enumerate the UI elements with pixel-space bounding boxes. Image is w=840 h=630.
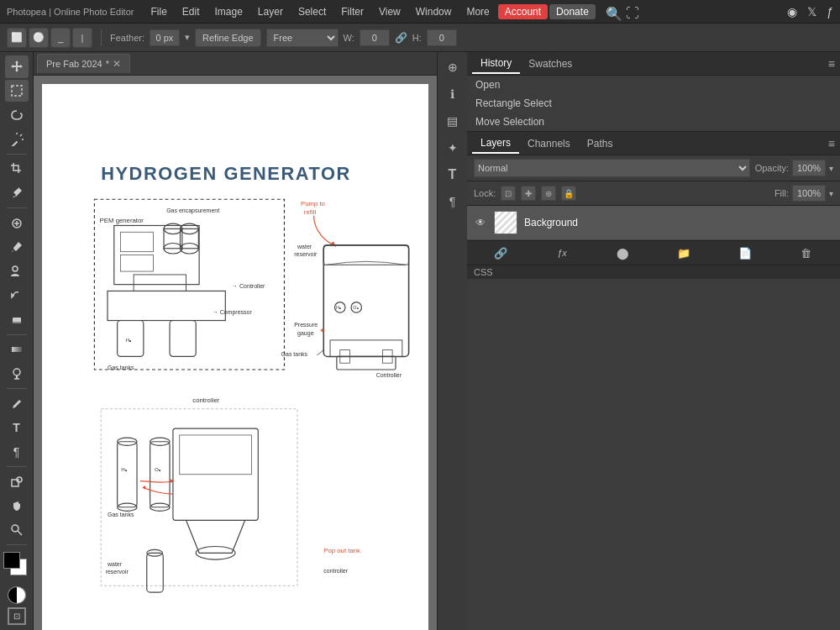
svg-marker-42 (331, 241, 336, 247)
svg-rect-1 (11, 140, 18, 145)
pen-tool[interactable] (5, 392, 29, 415)
svg-text:gauge: gauge (297, 330, 314, 337)
single-col-btn[interactable]: | (72, 28, 92, 48)
svg-rect-32 (134, 275, 186, 291)
w-input[interactable] (360, 29, 390, 46)
history-item-move-sel[interactable]: Move Selection (467, 113, 840, 131)
menu-window[interactable]: Window (409, 4, 459, 19)
single-row-btn[interactable]: ⎯ (50, 28, 71, 48)
tab-layers[interactable]: Layers (472, 134, 519, 154)
tabs-bar: Pre Fab 2024 * ✕ (34, 52, 437, 76)
clone-tool[interactable] (5, 260, 29, 283)
svg-text:controller: controller (192, 396, 219, 404)
menu-account[interactable]: Account (498, 4, 548, 19)
quick-mask-icon[interactable] (8, 586, 26, 604)
fg-color-swatch[interactable] (3, 552, 20, 569)
magic-wand-tool[interactable] (5, 128, 29, 150)
menu-filter[interactable]: Filter (334, 4, 370, 19)
healing-tool[interactable] (5, 212, 29, 234)
new-layer-btn[interactable]: 📄 (737, 244, 753, 261)
h-input[interactable] (427, 29, 457, 46)
marquee-tool[interactable] (5, 80, 29, 102)
opacity-arrow-down[interactable]: ▾ (829, 164, 833, 173)
lock-all-btn[interactable]: 🔒 (561, 186, 576, 201)
tab-history[interactable]: History (472, 54, 520, 74)
lock-pixels-btn[interactable]: ⊡ (501, 186, 516, 201)
canvas-viewport[interactable]: HYDROGEN GENERATOR (34, 76, 437, 630)
brush-tool[interactable] (5, 236, 29, 259)
svg-point-17 (12, 525, 18, 532)
paragraph-tool[interactable]: ¶ (5, 441, 29, 464)
layers-panel-menu[interactable]: ≡ (828, 137, 835, 150)
tab-close-btn[interactable]: ✕ (113, 58, 121, 70)
panel-toggle-2[interactable]: ℹ (441, 82, 465, 106)
layer-visibility-toggle[interactable]: 👁 (474, 216, 487, 229)
tab-channels[interactable]: Channels (519, 134, 579, 153)
eraser-tool[interactable] (5, 308, 29, 331)
panel-toggle-para[interactable]: ¶ (441, 190, 465, 213)
lock-image-btn[interactable]: ✚ (521, 186, 536, 201)
link-layers-btn[interactable]: 🔗 (492, 244, 509, 261)
crop-tool[interactable] (5, 158, 29, 181)
rect-marquee-btn[interactable]: ⬜ (7, 28, 27, 48)
lock-position-btn[interactable]: ⊕ (541, 186, 556, 201)
dodge-tool[interactable] (5, 362, 29, 385)
layer-item-background[interactable]: 👁 Background (467, 206, 840, 240)
facebook-icon[interactable]: ƒ (827, 5, 833, 18)
link-wh-icon[interactable]: 🔗 (395, 32, 407, 44)
tab-swatches[interactable]: Swatches (520, 55, 580, 73)
panel-toggle-1[interactable]: ⊕ (441, 55, 465, 79)
lock-label: Lock: (474, 188, 496, 198)
lasso-tool[interactable] (5, 103, 29, 126)
panel-toggle-4[interactable]: ✦ (441, 136, 465, 160)
svg-text:Gas tanks: Gas tanks (108, 512, 134, 517)
opacity-input[interactable] (792, 160, 826, 176)
svg-text:reservoir: reservoir (106, 569, 129, 575)
tool-sep6 (7, 544, 27, 545)
history-item-open[interactable]: Open (467, 76, 840, 94)
document-tab[interactable]: Pre Fab 2024 * ✕ (37, 54, 130, 73)
fullscreen-icon[interactable]: ⛶ (626, 6, 638, 18)
ellipse-marquee-btn[interactable]: ⚪ (29, 28, 49, 48)
menu-more[interactable]: More (459, 4, 496, 19)
history-brush-tool[interactable] (5, 284, 29, 307)
shape-tool[interactable] (5, 470, 29, 493)
layer-effects-btn[interactable]: ƒx (554, 244, 570, 261)
style-select[interactable]: Free Fixed Ratio Fixed Size (266, 29, 339, 47)
add-mask-btn[interactable]: ⬤ (615, 244, 632, 261)
color-swatches[interactable] (2, 552, 32, 580)
text-tool[interactable]: T (5, 417, 29, 439)
new-group-btn[interactable]: 📁 (675, 244, 692, 261)
move-tool[interactable] (5, 55, 29, 78)
screen-mode-icon[interactable]: ⊡ (8, 607, 26, 625)
search-icon[interactable]: 🔍 (606, 6, 617, 18)
reddit-icon[interactable]: ◉ (787, 5, 797, 18)
gradient-tool[interactable] (5, 339, 29, 361)
menu-view[interactable]: View (372, 4, 407, 19)
delete-layer-btn[interactable]: 🗑 (798, 244, 815, 261)
menu-image[interactable]: Image (208, 4, 249, 19)
svg-point-12 (13, 369, 20, 375)
fill-input[interactable] (792, 185, 826, 202)
menu-file[interactable]: File (144, 4, 173, 19)
svg-rect-55 (330, 340, 402, 356)
refine-edge-btn[interactable]: Refine Edge (195, 29, 261, 47)
panel-toggle-3[interactable]: ▤ (441, 109, 465, 133)
right-icon-strip: ⊕ ℹ ▤ ✦ T ¶ (437, 52, 467, 630)
eyedropper-tool[interactable] (5, 182, 29, 205)
menu-layer[interactable]: Layer (251, 4, 290, 19)
menu-donate[interactable]: Donate (549, 4, 596, 19)
svg-text:reservoir: reservoir (294, 251, 318, 257)
feather-input[interactable] (150, 29, 180, 46)
twitter-icon[interactable]: 𝕏 (807, 5, 816, 18)
zoom-tool[interactable] (5, 519, 29, 542)
hand-tool[interactable] (5, 495, 29, 517)
menu-edit[interactable]: Edit (176, 4, 207, 19)
history-item-rect-select[interactable]: Rectangle Select (467, 94, 840, 113)
panel-toggle-text[interactable]: T (441, 163, 465, 186)
blend-mode-select[interactable]: Normal Multiply Screen Overlay (474, 159, 750, 177)
history-panel-menu[interactable]: ≡ (828, 57, 835, 71)
menu-select[interactable]: Select (291, 4, 333, 19)
tab-paths[interactable]: Paths (579, 134, 622, 153)
fill-arrow-down[interactable]: ▾ (829, 189, 833, 198)
